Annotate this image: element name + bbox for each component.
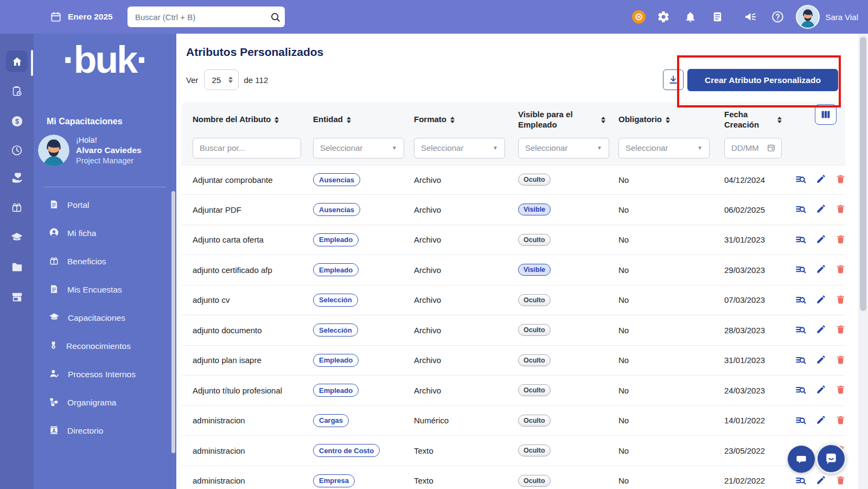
sort-icon — [601, 117, 605, 123]
documents-folder-icon[interactable] — [0, 255, 34, 279]
delete-icon[interactable] — [835, 384, 846, 396]
created-date: 31/01/2023 — [724, 235, 795, 244]
delete-icon[interactable] — [835, 415, 846, 427]
filter-visible-select[interactable]: Seleccionar▼ — [518, 138, 609, 158]
home-icon[interactable] — [6, 50, 28, 72]
edit-icon[interactable] — [816, 294, 826, 306]
support-chat-button[interactable] — [816, 443, 846, 474]
format-value: Texto — [414, 446, 518, 455]
sidebar-item-reconocimientos[interactable]: Reconocimientos — [34, 332, 176, 360]
sidebar-item-mis-encuestas[interactable]: Mis Encuestas — [34, 276, 176, 304]
table-header: Nombre del Atributo Entidad Formato Visi… — [182, 102, 845, 165]
view-details-icon[interactable] — [795, 294, 807, 306]
calendar-icon — [767, 143, 776, 153]
delete-icon[interactable] — [835, 174, 846, 186]
edit-icon[interactable] — [816, 384, 826, 396]
view-details-icon[interactable] — [795, 415, 807, 427]
scrollbar-thumb[interactable] — [860, 37, 866, 311]
user-menu[interactable]: Sara Vial — [796, 0, 858, 34]
column-header-obligatorio[interactable]: Obligatorio — [618, 115, 724, 125]
tasks-clipboard-icon[interactable] — [0, 79, 34, 103]
help-icon[interactable] — [771, 10, 784, 24]
attribute-name: administracion — [193, 416, 313, 425]
sidebar-item-organigrama[interactable]: Organigrama — [34, 389, 176, 417]
filter-entidad-select[interactable]: Seleccionar▼ — [313, 138, 404, 158]
sidebar: ·buk· Mi Capacitaciones ¡Hola! Alvaro Ca… — [34, 34, 176, 489]
benefits-gift-icon[interactable] — [0, 195, 34, 219]
filter-date-input[interactable]: DD/MM — [724, 138, 782, 158]
filter-obligatorio-select[interactable]: Seleccionar▼ — [618, 138, 710, 158]
global-search-input[interactable] — [127, 12, 265, 22]
entity-badge: Empleado — [313, 354, 359, 367]
wellness-hand-heart-icon[interactable] — [0, 166, 34, 189]
edit-icon[interactable] — [816, 475, 826, 487]
delete-icon[interactable] — [835, 204, 846, 215]
column-header-entidad[interactable]: Entidad — [313, 115, 414, 125]
view-details-icon[interactable] — [795, 384, 807, 396]
view-details-icon[interactable] — [795, 204, 807, 215]
view-details-icon[interactable] — [795, 234, 807, 246]
page-size-select[interactable]: 25 — [204, 69, 239, 90]
edit-icon[interactable] — [816, 354, 826, 366]
notification-target-icon[interactable] — [631, 10, 646, 24]
column-header-nombre[interactable]: Nombre del Atributo — [193, 115, 313, 125]
sidebar-item-mi-ficha[interactable]: Mi ficha — [34, 219, 176, 247]
delete-icon[interactable] — [835, 294, 846, 306]
edit-icon[interactable] — [816, 415, 826, 427]
news-icon[interactable] — [711, 11, 724, 23]
view-details-icon[interactable] — [795, 324, 807, 336]
edit-icon[interactable] — [816, 324, 826, 336]
filter-formato-select[interactable]: Seleccionar▼ — [414, 138, 505, 158]
visibility-badge: Visible — [518, 264, 551, 276]
create-attribute-button[interactable]: Crear Atributo Personalizado — [687, 69, 838, 91]
view-details-icon[interactable] — [795, 174, 807, 186]
marketplace-store-icon[interactable] — [0, 285, 34, 309]
payroll-dollar-icon[interactable]: $ — [0, 109, 34, 133]
required-value: No — [618, 355, 724, 365]
view-details-icon[interactable] — [795, 475, 807, 487]
visibility-badge: Oculto — [518, 294, 551, 306]
required-value: No — [618, 446, 724, 455]
sidebar-user-card[interactable]: ¡Hola! Alvaro Caviedes Project Manager — [38, 135, 142, 166]
delete-icon[interactable] — [835, 475, 846, 487]
announcements-megaphone-icon[interactable] — [744, 10, 757, 24]
sidebar-item-portal[interactable]: Portal — [34, 191, 176, 219]
edit-icon[interactable] — [816, 174, 826, 186]
page-scrollbar[interactable] — [858, 34, 868, 489]
period-label: Enero 2025 — [68, 12, 113, 22]
person-icon — [49, 227, 59, 240]
view-details-icon[interactable] — [795, 354, 807, 366]
edit-icon[interactable] — [816, 234, 826, 246]
sidebar-scrollbar[interactable] — [171, 191, 175, 453]
delete-icon[interactable] — [835, 234, 846, 246]
column-header-formato[interactable]: Formato — [414, 115, 518, 125]
visibility-badge: Visible — [518, 204, 551, 215]
download-button[interactable] — [663, 69, 684, 90]
sidebar-item-directorio[interactable]: Directorio — [34, 417, 176, 445]
sidebar-item-beneficios[interactable]: Beneficios — [34, 247, 176, 276]
edit-icon[interactable] — [816, 264, 826, 276]
search-icon[interactable] — [265, 11, 285, 23]
sidebar-item-capacitaciones[interactable]: Capacitaciones — [34, 304, 176, 332]
training-graduation-cap-icon[interactable] — [0, 225, 34, 249]
delete-icon[interactable] — [835, 264, 846, 276]
period-selector[interactable]: Enero 2025 — [50, 0, 113, 34]
column-header-visible[interactable]: Visible para el Empleado — [518, 110, 618, 130]
time-clock-icon[interactable] — [0, 138, 34, 162]
rail-scrollbar[interactable] — [31, 50, 33, 76]
main-content: Atributos Personalizados Ver 25 de 112 C… — [176, 34, 868, 489]
column-settings-button[interactable] — [815, 104, 837, 125]
filter-name-input[interactable] — [193, 138, 301, 158]
delete-icon[interactable] — [835, 324, 846, 336]
created-date: 28/03/2023 — [724, 326, 795, 335]
edit-icon[interactable] — [816, 204, 826, 215]
delete-icon[interactable] — [835, 354, 846, 366]
notifications-bell-icon[interactable] — [684, 11, 697, 23]
stepper-arrows-icon — [228, 77, 233, 83]
sidebar-item-procesos-internos[interactable]: Procesos Internos — [34, 360, 176, 389]
settings-gear-icon[interactable] — [657, 10, 670, 23]
view-details-icon[interactable] — [795, 264, 807, 276]
hamburger-menu-icon[interactable] — [15, 11, 30, 23]
column-header-fecha[interactable]: Fecha Creación — [724, 110, 795, 130]
chat-bubble-button[interactable] — [788, 446, 815, 473]
